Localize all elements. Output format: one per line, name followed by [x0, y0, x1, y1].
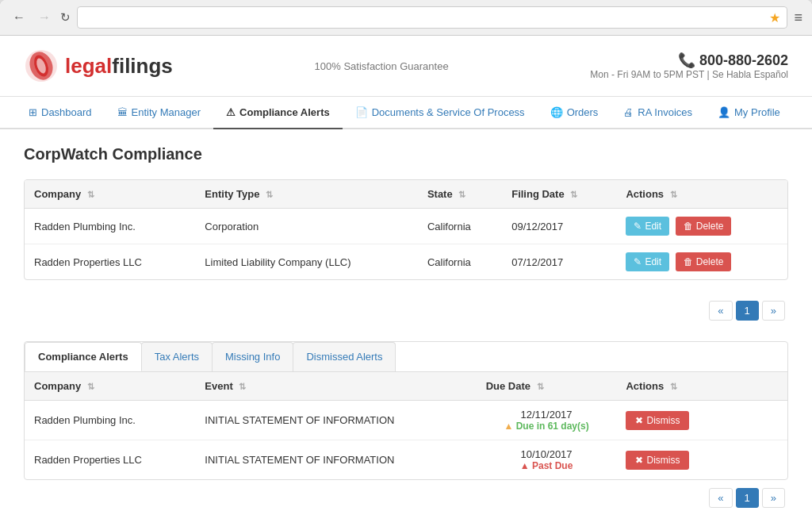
sort-state-icon: ⇅ — [458, 190, 465, 199]
company-cell: Radden Plumbing Inc. — [25, 209, 195, 244]
tab-dismissed-alerts[interactable]: Dismissed Alerts — [293, 342, 396, 371]
alert-col-event[interactable]: Event ⇅ — [195, 372, 476, 401]
logo-text: legalfilings — [65, 54, 173, 79]
documents-icon: 📄 — [355, 106, 368, 118]
site-header: legalfilings 100% Satisfaction Guarantee… — [0, 36, 812, 97]
col-entity-type[interactable]: Entity Type ⇅ — [195, 180, 418, 209]
sort-alert-actions-icon: ⇅ — [670, 382, 677, 391]
phone-number: 📞 800-880-2602 — [590, 52, 788, 69]
bookmark-icon[interactable]: ★ — [769, 10, 780, 25]
filing-date-cell: 09/12/2017 — [502, 209, 616, 244]
dismiss-icon-0: ✖ — [635, 415, 643, 426]
browser-chrome: ← → ↻ ★ ≡ — [0, 0, 812, 36]
logo-area: legalfilings — [24, 48, 173, 83]
state-cell: California — [418, 244, 502, 280]
alert-event-1: INITIAL STATEMENT OF INFORMATION — [195, 440, 476, 480]
col-actions[interactable]: Actions ⇅ — [616, 180, 787, 209]
logo-icon — [24, 48, 59, 83]
col-state[interactable]: State ⇅ — [418, 180, 502, 209]
sub-tabs: Compliance Alerts Tax Alerts Missing Inf… — [25, 342, 787, 372]
alert-event-0: INITIAL STATEMENT OF INFORMATION — [195, 401, 476, 440]
col-filing-date[interactable]: Filing Date ⇅ — [502, 180, 616, 209]
alert-prev-page-btn[interactable]: « — [709, 488, 732, 508]
alerts-pagination: « 1 » — [24, 480, 788, 511]
alert-col-actions[interactable]: Actions ⇅ — [616, 372, 787, 401]
alert-due-date-1: 10/10/2017 ▲ Past Due — [477, 440, 617, 480]
hours-text: Mon - Fri 9AM to 5PM PST | Se Habla Espa… — [590, 69, 788, 80]
corpwatch-table: Company ⇅ Entity Type ⇅ State ⇅ — [24, 179, 788, 280]
tab-compliance-alerts[interactable]: Compliance Alerts — [25, 342, 142, 371]
main-content: CorpWatch Compliance Company ⇅ Entity Ty… — [0, 129, 812, 511]
edit-icon-1: ✎ — [634, 256, 642, 267]
sort-company-icon: ⇅ — [87, 190, 94, 199]
address-bar[interactable]: ★ — [77, 6, 787, 29]
col-company[interactable]: Company ⇅ — [25, 180, 195, 209]
nav-item-orders[interactable]: 🌐 Orders — [538, 97, 611, 129]
corpwatch-pagination: « 1 » — [24, 293, 788, 328]
browser-menu-icon[interactable]: ≡ — [794, 10, 802, 26]
entity-type-cell: Corporation — [195, 209, 418, 244]
nav-item-compliance-alerts[interactable]: ⚠ Compliance Alerts — [213, 97, 343, 129]
dismiss-icon-1: ✖ — [635, 455, 643, 466]
delete-button-0[interactable]: 🗑 Delete — [676, 217, 732, 236]
browser-window: ← → ↻ ★ ≡ legalfilings 100% Satisfaction… — [0, 0, 812, 511]
filing-date-cell: 07/12/2017 — [502, 244, 616, 280]
orders-icon: 🌐 — [550, 106, 563, 118]
sort-alert-company-icon: ⇅ — [87, 382, 94, 391]
trash-icon-1: 🗑 — [684, 256, 693, 267]
sort-entity-icon: ⇅ — [266, 190, 273, 199]
alert-page-1-btn[interactable]: 1 — [736, 488, 759, 508]
ra-invoices-icon: 🖨 — [623, 106, 634, 118]
sort-filing-icon: ⇅ — [570, 190, 577, 199]
dismiss-button-1[interactable]: ✖ Dismiss — [626, 451, 689, 470]
nav-item-ra-invoices[interactable]: 🖨 RA Invoices — [611, 97, 705, 129]
alert-company-1: Radden Properties LLC — [25, 440, 195, 480]
alert-row-0: Radden Plumbing Inc. INITIAL STATEMENT O… — [25, 401, 787, 440]
nav-item-my-profile[interactable]: 👤 My Profile — [705, 97, 793, 129]
nav-item-dashboard[interactable]: ⊞ Dashboard — [16, 97, 105, 129]
edit-icon-0: ✎ — [634, 221, 642, 232]
alert-due-date-0: 12/11/2017 ▲ Due in 61 day(s) — [477, 401, 617, 440]
table-row: Radden Properties LLC Limited Liability … — [25, 244, 787, 280]
actions-cell: ✎ Edit 🗑 Delete — [616, 209, 787, 244]
page-title: CorpWatch Compliance — [24, 145, 788, 163]
sort-alert-event-icon: ⇅ — [239, 382, 246, 391]
alert-col-company[interactable]: Company ⇅ — [25, 372, 195, 401]
back-button[interactable]: ← — [10, 9, 29, 26]
alert-col-due-date[interactable]: Due Date ⇅ — [477, 372, 617, 401]
alert-actions-1: ✖ Dismiss — [616, 440, 787, 480]
contact-area: 📞 800-880-2602 Mon - Fri 9AM to 5PM PST … — [590, 52, 788, 80]
sort-alert-due-icon: ⇅ — [537, 382, 544, 391]
refresh-button[interactable]: ↻ — [60, 10, 71, 25]
page-content: legalfilings 100% Satisfaction Guarantee… — [0, 36, 812, 511]
warning-icon-1: ▲ — [520, 460, 530, 471]
entity-type-cell: Limited Liability Company (LLC) — [195, 244, 418, 280]
alert-next-page-btn[interactable]: » — [762, 488, 785, 508]
my-profile-icon: 👤 — [718, 106, 730, 118]
delete-button-1[interactable]: 🗑 Delete — [676, 252, 732, 271]
alerts-section: Compliance Alerts Tax Alerts Missing Inf… — [24, 341, 788, 480]
satisfaction-text: 100% Satisfaction Guarantee — [315, 60, 449, 72]
next-page-btn[interactable]: » — [762, 301, 785, 321]
alert-actions-0: ✖ Dismiss — [616, 401, 787, 440]
entity-manager-icon: 🏛 — [117, 106, 128, 118]
edit-button-1[interactable]: ✎ Edit — [626, 252, 669, 271]
phone-icon: 📞 — [678, 52, 695, 68]
page-1-btn[interactable]: 1 — [736, 301, 759, 321]
alert-company-0: Radden Plumbing Inc. — [25, 401, 195, 440]
tab-tax-alerts[interactable]: Tax Alerts — [141, 342, 213, 371]
sort-actions-icon: ⇅ — [670, 190, 677, 199]
forward-button[interactable]: → — [35, 9, 54, 26]
warning-icon-0: ▲ — [504, 421, 513, 432]
state-cell: California — [418, 209, 502, 244]
nav-item-documents[interactable]: 📄 Documents & Service Of Process — [343, 97, 538, 129]
nav-item-entity-manager[interactable]: 🏛 Entity Manager — [105, 97, 213, 129]
dismiss-button-0[interactable]: ✖ Dismiss — [626, 411, 689, 430]
dashboard-icon: ⊞ — [29, 106, 37, 118]
prev-page-btn[interactable]: « — [709, 301, 732, 321]
edit-button-0[interactable]: ✎ Edit — [626, 217, 669, 236]
company-cell: Radden Properties LLC — [25, 244, 195, 280]
trash-icon-0: 🗑 — [684, 221, 693, 232]
tab-missing-info[interactable]: Missing Info — [212, 342, 293, 371]
nav-bar: ⊞ Dashboard 🏛 Entity Manager ⚠ Complianc… — [0, 97, 812, 129]
